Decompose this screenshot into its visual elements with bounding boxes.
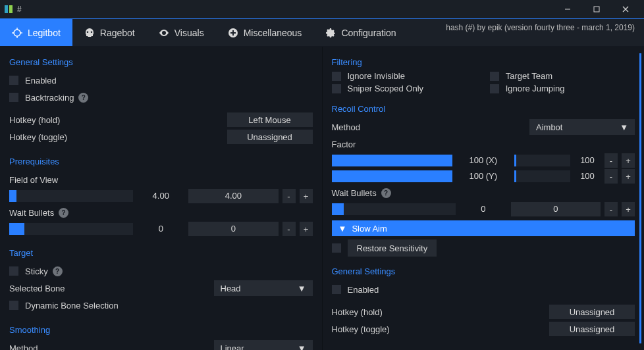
- crosshair-icon: [12, 28, 22, 38]
- wait-plus[interactable]: +: [300, 222, 313, 236]
- hotkey-toggle-value-2[interactable]: Unassigned: [549, 322, 635, 336]
- label-sniper-scoped: Sniper Scoped Only: [348, 84, 424, 93]
- wait-value-b[interactable]: 0: [188, 222, 278, 236]
- checkbox-backtracking[interactable]: [9, 93, 18, 102]
- tab-miscellaneous[interactable]: Miscellaneous: [216, 19, 314, 46]
- recoil-y-value: 100: [574, 169, 601, 184]
- label-hotkey-toggle-2: Hotkey (toggle): [332, 324, 390, 334]
- tabbar: Legitbot Ragebot Visuals Miscellaneous C…: [0, 19, 644, 47]
- label-recoil-factor: Factor: [332, 139, 356, 149]
- recoil-wait-plus[interactable]: +: [622, 202, 635, 216]
- hotkey-hold-value-2[interactable]: Unassigned: [549, 305, 635, 319]
- close-button[interactable]: [611, 0, 640, 18]
- window-title: #: [17, 5, 22, 14]
- label-selected-bone: Selected Bone: [9, 284, 65, 293]
- content: General Settings Enabled Backtracking? H…: [0, 47, 644, 350]
- select-bone-value: Head: [221, 284, 241, 293]
- select-recoil-method[interactable]: Aimbot▼: [529, 119, 635, 135]
- checkbox-sticky[interactable]: [9, 266, 18, 276]
- caret-down-icon: ▼: [620, 122, 628, 132]
- recoil-x-minus[interactable]: -: [604, 153, 618, 168]
- recoil-y-minus[interactable]: -: [604, 169, 618, 184]
- checkbox-enabled-2[interactable]: [332, 285, 341, 294]
- tab-ragebot[interactable]: Ragebot: [72, 19, 147, 46]
- fov-value-b[interactable]: 4.00: [188, 189, 278, 203]
- section-general-settings-2: General Settings: [332, 262, 635, 280]
- wait-slider[interactable]: [9, 223, 133, 235]
- recoil-x-plus[interactable]: +: [622, 153, 635, 168]
- label-hotkey-toggle: Hotkey (toggle): [9, 132, 67, 142]
- label-fov: Field of View: [9, 175, 58, 185]
- recoil-y-label: 100 (Y): [460, 169, 506, 184]
- app-icon: [4, 5, 13, 14]
- section-prerequisites: Prerequisites: [9, 153, 313, 170]
- maximize-button[interactable]: [582, 0, 611, 18]
- label-enabled-2: Enabled: [348, 285, 379, 295]
- tab-legitbot[interactable]: Legitbot: [0, 19, 72, 46]
- label-enabled: Enabled: [25, 76, 57, 86]
- restore-sensitivity-button[interactable]: Restore Sensitivity: [348, 239, 437, 257]
- tab-label: Legitbot: [28, 28, 61, 38]
- tab-visuals[interactable]: Visuals: [147, 19, 216, 46]
- recoil-wait-minus[interactable]: -: [604, 202, 618, 216]
- select-smoothing-method[interactable]: Linear▼: [214, 340, 313, 350]
- wait-minus[interactable]: -: [282, 222, 296, 236]
- fov-minus[interactable]: -: [282, 189, 296, 203]
- hotkey-hold-value[interactable]: Left Mouse: [227, 113, 313, 127]
- gear-icon: [325, 28, 336, 38]
- checkbox-dynamic-bone[interactable]: [9, 301, 18, 310]
- recoil-y-plus[interactable]: +: [622, 169, 635, 184]
- tab-label: Visuals: [174, 28, 204, 38]
- checkbox-ignore-jumping[interactable]: [490, 84, 499, 93]
- recoil-y-slider-b[interactable]: [514, 170, 570, 182]
- recoil-x-slider-b[interactable]: [514, 155, 570, 166]
- wait-value-a: 0: [141, 222, 180, 236]
- label-recoil-method: Method: [332, 122, 360, 132]
- recoil-wait-slider[interactable]: [332, 203, 456, 215]
- checkbox-enabled[interactable]: [9, 76, 18, 85]
- skull-icon: [84, 28, 95, 38]
- checkbox-target-team[interactable]: [490, 72, 499, 81]
- hotkey-toggle-value[interactable]: Unassigned: [227, 130, 313, 144]
- help-icon[interactable]: ?: [381, 188, 391, 198]
- svg-rect-0: [5, 5, 8, 13]
- section-filtering: Filtering: [332, 53, 635, 71]
- section-recoil-control: Recoil Control: [332, 100, 635, 118]
- recoil-y-slider[interactable]: [332, 170, 452, 182]
- caret-down-icon: ▼: [298, 343, 306, 351]
- help-icon[interactable]: ?: [78, 93, 88, 103]
- label-recoil-wait: Wait Bullets: [332, 188, 377, 198]
- tab-label: Configuration: [341, 28, 396, 38]
- label-hotkey-hold-2: Hotkey (hold): [332, 307, 383, 317]
- svg-point-6: [14, 30, 20, 36]
- checkbox-ignore-invisible[interactable]: [332, 72, 341, 81]
- help-icon[interactable]: ?: [59, 208, 68, 218]
- section-smoothing: Smoothing: [9, 321, 313, 339]
- label-backtracking: Backtracking: [25, 93, 74, 103]
- accent-bar: [639, 53, 641, 343]
- select-bone[interactable]: Head▼: [214, 280, 313, 296]
- section-general-settings: General Settings: [9, 53, 313, 71]
- recoil-x-slider[interactable]: [332, 155, 452, 166]
- label-ignore-jumping: Ignore Jumping: [506, 84, 565, 93]
- select-recoil-value: Aimbot: [536, 122, 562, 132]
- plus-circle-icon: [228, 28, 238, 38]
- slow-aim-label: Slow Aim: [352, 224, 387, 234]
- fov-plus[interactable]: +: [300, 189, 313, 203]
- label-ignore-invisible: Ignore Invisible: [348, 71, 405, 81]
- minimize-button[interactable]: [553, 0, 582, 18]
- version-text: hash (#) by epik (version fourty three -…: [446, 19, 644, 46]
- caret-down-icon: ▼: [298, 284, 306, 293]
- checkbox-sniper-scoped[interactable]: [332, 84, 341, 93]
- fov-slider[interactable]: [9, 190, 133, 202]
- right-panel: Filtering Ignore Invisible Target Team S…: [323, 47, 645, 350]
- tab-configuration[interactable]: Configuration: [313, 19, 408, 46]
- recoil-wait-b[interactable]: 0: [511, 202, 601, 216]
- collapsible-slow-aim[interactable]: ▼ Slow Aim: [332, 220, 635, 236]
- svg-point-11: [163, 32, 165, 34]
- label-dynamic-bone: Dynamic Bone Selection: [25, 301, 119, 311]
- section-target: Target: [9, 244, 313, 262]
- recoil-x-label: 100 (X): [460, 153, 506, 168]
- checkbox-restore-sensitivity[interactable]: [332, 243, 341, 253]
- help-icon[interactable]: ?: [53, 266, 63, 276]
